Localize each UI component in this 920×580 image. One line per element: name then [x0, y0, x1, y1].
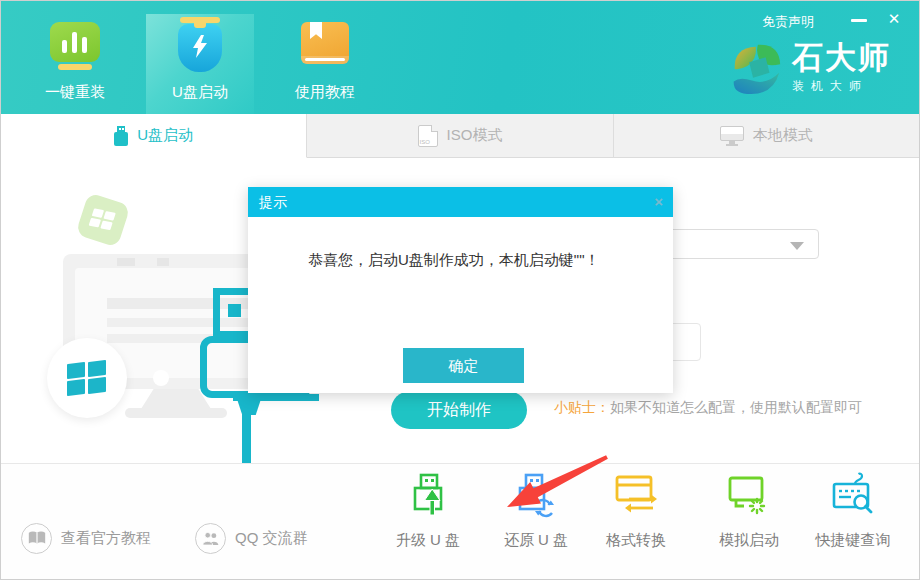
tool-upgrade-usb[interactable]: 升级 U 盘 [370, 472, 486, 550]
brand-swirl-icon [726, 39, 784, 97]
footer-link-label: QQ 交流群 [235, 529, 308, 548]
brand-name: 石大师 [792, 41, 891, 75]
toolbar-item-label: 一键重装 [45, 83, 105, 102]
footer-tool-label: 升级 U 盘 [396, 531, 460, 550]
toolbar-item-reinstall[interactable]: 一键重装 [21, 14, 129, 114]
tip-label: 小贴士： [554, 399, 610, 415]
brand-logo: 石大师 装机大师 [726, 39, 891, 97]
content-area: 开始制作 小贴士：如果不知道怎么配置，使用默认配置即可 提示 × 恭喜您，启动U… [1, 158, 919, 463]
start-make-button[interactable]: 开始制作 [391, 391, 527, 429]
monitor-icon [720, 126, 744, 146]
header-bar: 一键重装 U盘启动 [1, 1, 919, 114]
usb-shield-icon [172, 14, 228, 76]
qq-group-icon [195, 523, 226, 554]
tab-iso-mode[interactable]: ISO ISO模式 [307, 114, 613, 158]
tool-simulate-boot[interactable]: 模拟启动 [691, 472, 807, 550]
tab-usb-boot[interactable]: U盘启动 [1, 114, 307, 158]
book-icon [301, 14, 349, 76]
dialog-title: 提示 [259, 187, 287, 217]
usb-drive-icon [114, 126, 128, 146]
toolbar-item-label: 使用教程 [295, 83, 355, 102]
iso-file-icon: ISO [418, 125, 438, 147]
format-convert-icon [613, 472, 659, 518]
tip-text: 小贴士：如果不知道怎么配置，使用默认配置即可 [554, 399, 862, 417]
disclaimer-link[interactable]: 免责声明 [762, 13, 814, 31]
tab-local-mode[interactable]: 本地模式 [614, 114, 919, 158]
windows-flag-icon [67, 361, 107, 395]
windows-square-illustration [75, 192, 130, 247]
windows-logo-badge [47, 338, 127, 418]
footer-tool-label: 还原 U 盘 [504, 531, 568, 550]
tool-hotkey-query[interactable]: 快捷键查询 [795, 472, 911, 550]
tutorial-book-icon [21, 523, 52, 554]
footer-link-label: 查看官方教程 [61, 529, 151, 548]
minimize-button[interactable] [849, 11, 871, 29]
upgrade-usb-icon [405, 472, 451, 518]
tab-label: 本地模式 [753, 126, 813, 145]
red-arrow-annotation [501, 451, 611, 513]
brand-subtitle: 装机大师 [792, 78, 891, 95]
hotkey-search-icon [830, 472, 876, 518]
chart-icon [49, 14, 101, 76]
footer-tool-label: 模拟启动 [719, 531, 779, 550]
dialog-titlebar: 提示 × [248, 187, 673, 217]
chevron-down-icon [790, 242, 804, 250]
toolbar-item-tutorial[interactable]: 使用教程 [271, 14, 379, 114]
toolbar-item-label: U盘启动 [172, 83, 228, 102]
official-tutorial-link[interactable]: 查看官方教程 [21, 523, 151, 554]
success-dialog: 提示 × 恭喜您，启动U盘制作成功，本机启动键""！ 确定 [248, 187, 673, 393]
dialog-close-icon[interactable]: × [654, 187, 663, 217]
tip-body: 如果不知道怎么配置，使用默认配置即可 [610, 399, 862, 415]
dialog-message: 恭喜您，启动U盘制作成功，本机启动键""！ [308, 251, 599, 270]
simulate-boot-icon [726, 472, 772, 518]
tab-label: ISO模式 [447, 126, 503, 145]
toolbar-item-usb-boot[interactable]: U盘启动 [146, 14, 254, 114]
footer-tool-label: 快捷键查询 [816, 531, 891, 550]
mode-tabbar: U盘启动 ISO ISO模式 本地模式 [1, 114, 919, 158]
close-button[interactable]: ✕ [883, 9, 905, 29]
app-window: 一键重装 U盘启动 [0, 0, 920, 580]
minimize-icon [851, 19, 867, 22]
qq-group-link[interactable]: QQ 交流群 [195, 523, 308, 554]
tab-label: U盘启动 [137, 126, 193, 145]
iso-icon-text: ISO [420, 139, 430, 145]
footer-bar: 查看官方教程 QQ 交流群 [1, 463, 919, 580]
footer-tool-label: 格式转换 [606, 531, 666, 550]
ok-button[interactable]: 确定 [403, 348, 524, 383]
